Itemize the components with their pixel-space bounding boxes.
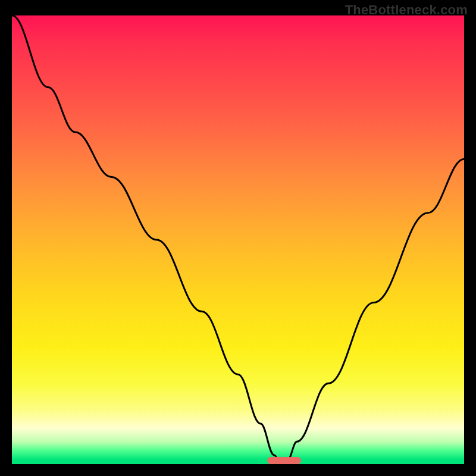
- optimal-range-marker: [267, 457, 301, 464]
- plot-area: [12, 15, 464, 464]
- curve-layer: [12, 15, 464, 464]
- watermark-text: TheBottleneck.com: [345, 2, 468, 18]
- chart-frame: TheBottleneck.com: [0, 0, 476, 476]
- bottleneck-curve-path: [12, 15, 464, 464]
